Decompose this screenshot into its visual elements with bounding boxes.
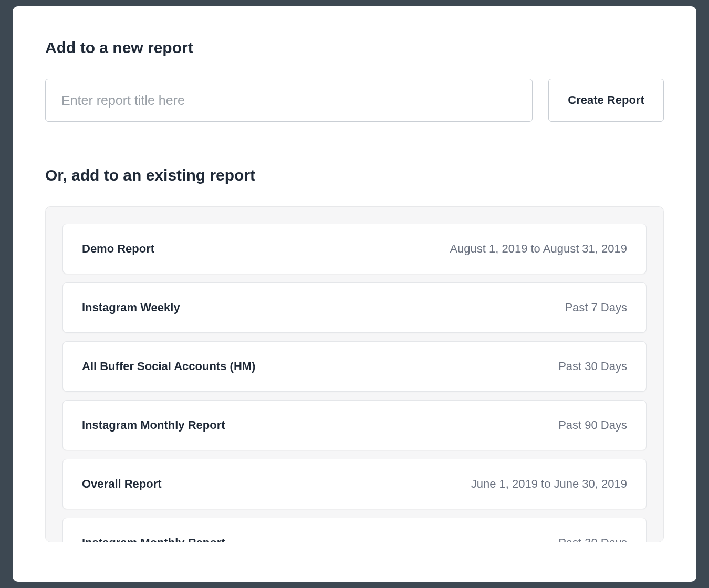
report-item-title: All Buffer Social Accounts (HM) <box>82 360 255 373</box>
add-to-report-modal: Add to a new report Create Report Or, ad… <box>13 6 696 582</box>
report-item-title: Instagram Monthly Report <box>82 418 225 432</box>
existing-report-heading: Or, add to an existing report <box>45 166 664 184</box>
report-item-range: June 1, 2019 to June 30, 2019 <box>471 477 627 491</box>
report-item-range: August 1, 2019 to August 31, 2019 <box>450 242 627 256</box>
report-item-range: Past 90 Days <box>558 418 627 432</box>
report-item[interactable]: All Buffer Social Accounts (HM) Past 30 … <box>62 341 647 392</box>
report-item-range: Past 30 Days <box>558 360 627 373</box>
existing-reports-list: Demo Report August 1, 2019 to August 31,… <box>45 206 664 542</box>
report-item[interactable]: Instagram Monthly Report Past 30 Days <box>62 518 647 542</box>
report-item-title: Demo Report <box>82 242 154 256</box>
report-item[interactable]: Instagram Monthly Report Past 90 Days <box>62 400 647 450</box>
report-item-range: Past 30 Days <box>558 536 627 542</box>
report-item-title: Instagram Weekly <box>82 301 180 314</box>
new-report-heading: Add to a new report <box>45 39 664 57</box>
report-item[interactable]: Instagram Weekly Past 7 Days <box>62 282 647 333</box>
report-item[interactable]: Overall Report June 1, 2019 to June 30, … <box>62 459 647 509</box>
create-report-button[interactable]: Create Report <box>548 79 664 122</box>
report-item[interactable]: Demo Report August 1, 2019 to August 31,… <box>62 224 647 274</box>
report-item-title: Instagram Monthly Report <box>82 536 225 542</box>
report-item-range: Past 7 Days <box>565 301 627 314</box>
report-title-input[interactable] <box>45 79 533 122</box>
new-report-input-row: Create Report <box>45 79 664 122</box>
report-item-title: Overall Report <box>82 477 162 491</box>
